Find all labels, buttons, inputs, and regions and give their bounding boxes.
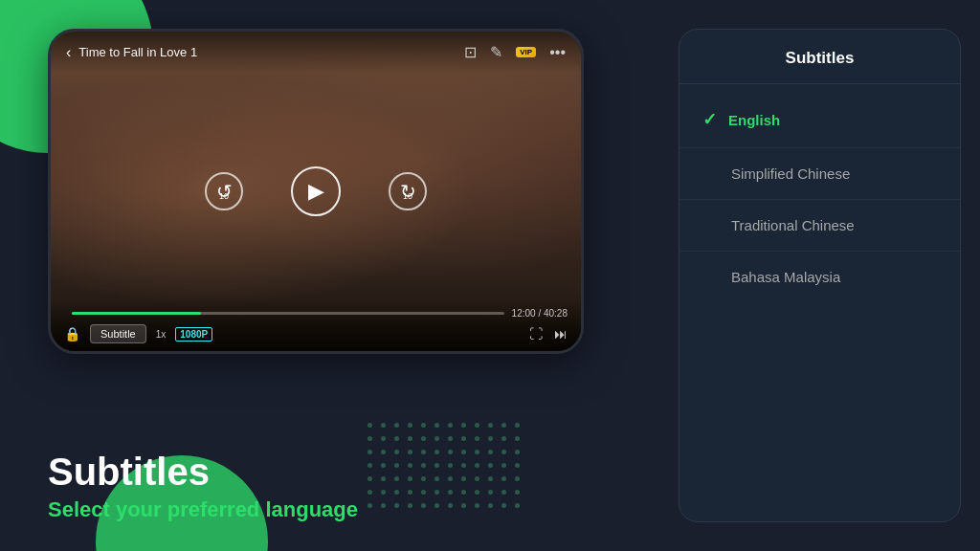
subtitle-name: Simplified Chinese: [731, 165, 850, 182]
subtitle-list-item[interactable]: Bahasa Malaysia: [679, 252, 960, 302]
dot-grid-item: [434, 463, 439, 468]
check-icon: ✓: [702, 109, 717, 130]
subtitle-list-item[interactable]: ✓English: [679, 92, 960, 148]
dot-grid: const grid = document.querySelector('.do…: [364, 419, 524, 513]
dot-grid-item: [408, 503, 412, 508]
dot-grid-item: [394, 476, 399, 481]
dot-grid-item: [368, 423, 372, 428]
main-heading: Subtitles: [48, 451, 358, 494]
dot-grid-item: [475, 490, 479, 495]
dot-grid-item: [408, 450, 412, 454]
subtitle-list-item[interactable]: Simplified Chinese: [679, 148, 960, 200]
dot-grid-item: [515, 436, 520, 441]
video-top-bar: ‹ Time to Fall in Love 1 ⊡ ✎ VIP •••: [51, 32, 581, 73]
next-episode-icon[interactable]: ⏭: [554, 326, 568, 342]
dot-grid-item: [394, 423, 399, 428]
dot-grid-item: [448, 423, 453, 428]
dot-grid-item: [381, 490, 386, 495]
dot-grid-item: [515, 450, 520, 454]
dot-grid-item: [461, 490, 466, 495]
dot-grid-item: [488, 463, 493, 468]
dot-grid-item: [421, 463, 426, 468]
dot-grid-item: [448, 503, 453, 508]
dot-grid-item: [501, 423, 506, 428]
dot-grid-item: [448, 450, 453, 454]
edit-icon[interactable]: ✎: [490, 43, 502, 61]
dot-grid-item: [408, 463, 412, 468]
time-display: 12:00 / 40:28: [512, 308, 568, 319]
dot-grid-item: [421, 503, 426, 508]
dot-grid-item: [408, 423, 412, 428]
dot-grid-item: [394, 463, 399, 468]
video-center-controls: 10 ▶ 10: [205, 166, 427, 216]
dot-grid-item: [368, 463, 372, 468]
text-section: Subtitles Select your preferred language: [48, 451, 358, 522]
progress-row: 12:00 / 40:28: [64, 308, 568, 319]
top-bar-right: ⊡ ✎ VIP •••: [464, 43, 566, 61]
bottom-right-icons: ⛶ ⏭: [529, 326, 568, 342]
dot-grid-item: [501, 463, 506, 468]
dot-grid-item: [501, 503, 506, 508]
dot-grid-item: [381, 450, 386, 454]
dot-grid-item: [515, 490, 520, 495]
dot-grid-item: [408, 490, 412, 495]
dot-grid-item: [394, 450, 399, 454]
quality-label[interactable]: 1080P: [175, 327, 212, 342]
top-bar-left: ‹ Time to Fall in Love 1: [66, 44, 197, 61]
panel-title: Subtitles: [786, 49, 855, 67]
dot-grid-item: [475, 463, 479, 468]
forward-button[interactable]: 10: [389, 172, 427, 210]
dot-grid-item: [501, 476, 506, 481]
dot-grid-item: [381, 436, 386, 441]
dot-grid-item: [421, 436, 426, 441]
dot-grid-item: [475, 423, 479, 428]
dot-grid-item: [368, 436, 372, 441]
dot-grid-item: [368, 450, 372, 454]
dot-grid-item: [408, 476, 412, 481]
dot-grid-item: [461, 476, 466, 481]
video-bottom-bar: 12:00 / 40:28 🔒 Subtitle 1x 1080P ⛶ ⏭: [51, 300, 581, 351]
dot-grid-item: [461, 463, 466, 468]
dot-grid-item: [408, 436, 412, 441]
video-title: Time to Fall in Love 1: [78, 45, 197, 59]
dot-grid-item: [394, 503, 399, 508]
progress-bar[interactable]: [72, 312, 504, 315]
subtitle-list-item[interactable]: Traditional Chinese: [679, 200, 960, 252]
dot-grid-item: [381, 503, 386, 508]
dot-grid-item: [461, 503, 466, 508]
subtitle-button[interactable]: Subtitle: [90, 324, 146, 343]
dot-grid-item: [475, 450, 479, 454]
dot-grid-item: [475, 503, 479, 508]
back-icon[interactable]: ‹: [66, 44, 71, 61]
phone-mockup: ‹ Time to Fall in Love 1 ⊡ ✎ VIP ••• 10 …: [48, 29, 584, 354]
dot-grid-item: [461, 436, 466, 441]
dot-grid-item: [434, 476, 439, 481]
dot-grid-item: [448, 476, 453, 481]
dot-grid-item: [488, 503, 493, 508]
dot-grid-item: [515, 503, 520, 508]
dot-grid-item: [421, 450, 426, 454]
play-button[interactable]: ▶: [291, 166, 341, 216]
cast-icon[interactable]: ⊡: [464, 43, 477, 61]
speed-label[interactable]: 1x: [156, 329, 167, 340]
dot-grid-item: [381, 463, 386, 468]
lock-icon[interactable]: 🔒: [64, 326, 80, 342]
subtitles-panel: Subtitles ✓EnglishSimplified ChineseTrad…: [679, 29, 961, 522]
dot-grid-item: [501, 490, 506, 495]
more-icon[interactable]: •••: [549, 44, 566, 61]
dot-grid-item: [501, 450, 506, 454]
dot-grid-item: [421, 490, 426, 495]
replay-button[interactable]: 10: [205, 172, 243, 210]
fullscreen-icon[interactable]: ⛶: [529, 326, 543, 342]
dot-grid-item: [434, 490, 439, 495]
subtitle-name: English: [728, 112, 780, 128]
dot-grid-item: [515, 463, 520, 468]
vip-badge: VIP: [516, 47, 536, 57]
dot-grid-item: [394, 436, 399, 441]
dot-grid-item: [368, 476, 372, 481]
dot-grid-item: [461, 450, 466, 454]
dot-grid-item: [448, 463, 453, 468]
dot-grid-item: [434, 450, 439, 454]
dot-grid-item: [381, 476, 386, 481]
dot-grid-item: [475, 436, 479, 441]
